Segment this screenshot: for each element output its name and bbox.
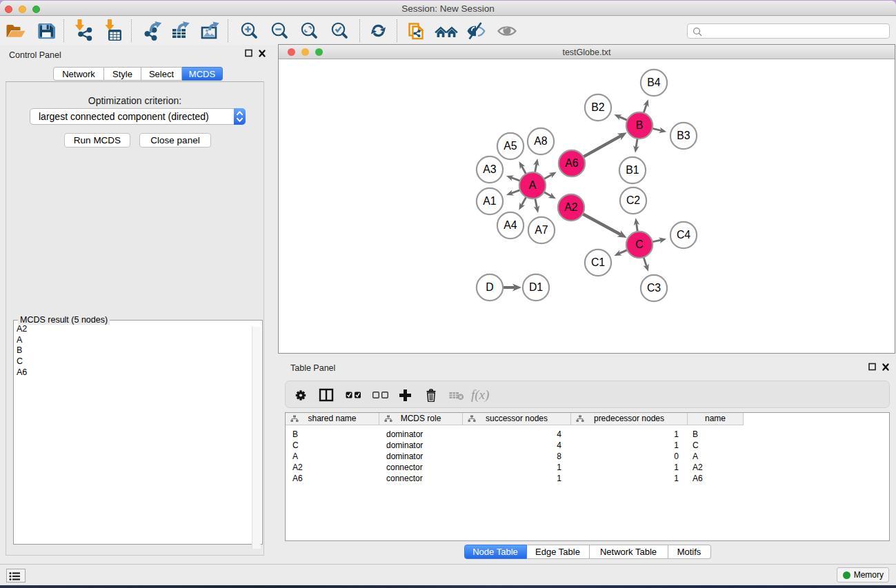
svg-text:D1: D1 xyxy=(529,281,543,293)
svg-text:A7: A7 xyxy=(535,224,548,236)
svg-text:A2: A2 xyxy=(564,201,577,213)
svg-text:A8: A8 xyxy=(534,135,548,147)
svg-text:B2: B2 xyxy=(591,101,604,113)
svg-text:C: C xyxy=(635,239,643,250)
svg-text:A4: A4 xyxy=(504,219,517,231)
svg-text:A3: A3 xyxy=(483,163,497,175)
svg-text:A5: A5 xyxy=(504,140,517,152)
svg-text:A: A xyxy=(529,179,537,191)
svg-text:A1: A1 xyxy=(483,195,497,207)
svg-text:B3: B3 xyxy=(677,130,690,141)
svg-text:C1: C1 xyxy=(591,256,605,268)
svg-text:C2: C2 xyxy=(626,194,640,206)
svg-text:C4: C4 xyxy=(677,229,690,241)
svg-text:B1: B1 xyxy=(626,164,639,176)
svg-text:f(x): f(x) xyxy=(471,388,489,402)
svg-text:B: B xyxy=(636,119,644,131)
svg-text:A6: A6 xyxy=(565,157,579,169)
svg-text:C3: C3 xyxy=(647,282,661,294)
svg-text:B4: B4 xyxy=(647,77,661,88)
svg-text:D: D xyxy=(486,281,493,293)
